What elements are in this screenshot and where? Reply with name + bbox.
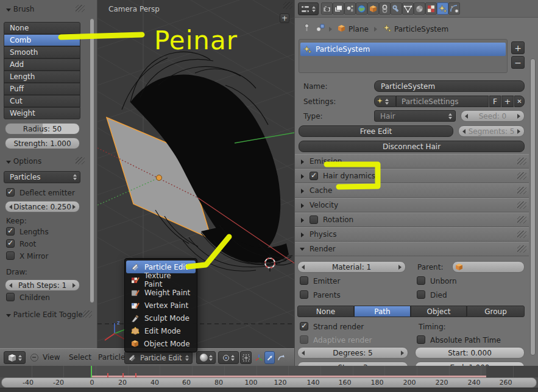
tab-render[interactable] [321,2,333,15]
children-checkbox[interactable] [6,293,15,301]
stepper-right-icon[interactable] [73,205,76,209]
menu-item-sculpt-mode[interactable]: Sculpt Mode [126,312,196,324]
stepper-left-icon[interactable] [462,129,465,134]
distance-stepper[interactable]: Distance: 0.250 [5,201,80,212]
tab-constraints[interactable] [379,2,391,15]
stepper-left-icon[interactable] [9,205,12,209]
menu-item-object-mode[interactable]: Object Mode [126,337,196,350]
brush-comb[interactable]: Comb [4,34,80,46]
particle-edit-toggle-header[interactable]: Particle Edit Toggle [6,310,83,319]
add-particle-system-button[interactable]: + [511,41,525,54]
editor-type-button[interactable] [298,2,319,15]
brush-puff[interactable]: Puff [4,83,80,95]
stepper-left-icon[interactable] [302,351,305,355]
disconnect-hair-button[interactable]: Disconnect Hair [299,141,525,152]
panel-drag-grip[interactable] [517,201,526,209]
tab-particles[interactable] [437,2,448,15]
region-expand-button[interactable]: + [280,13,289,23]
particle-select-mode-dropdown[interactable]: Particles [4,171,80,183]
brush-smooth[interactable]: Smooth [4,46,80,58]
material-stepper[interactable]: Material: 1 [297,261,406,273]
type-dropdown[interactable]: Hair [374,110,456,122]
unborn-checkbox[interactable] [417,276,425,285]
particle-system-list-item[interactable]: ParticleSystem [300,43,506,56]
died-checkbox[interactable] [417,290,425,299]
menu-item-weight-paint[interactable]: Weight Paint [126,286,196,299]
menu-view[interactable]: View [43,353,60,362]
stepper-left-icon[interactable] [9,283,12,288]
menu-select[interactable]: Select [69,353,91,362]
degrees-stepper[interactable]: Degrees: 5 [297,347,408,359]
mode-selector-dropdown[interactable]: Particle Edit [124,351,193,364]
manipulator-axis-toggle[interactable] [254,351,264,364]
tab-object-data[interactable] [402,2,414,15]
panel-drag-grip[interactable] [517,187,526,194]
stepper-right-icon[interactable] [398,265,402,270]
panel-drag-grip[interactable] [76,157,85,164]
panel-drag-grip[interactable] [76,5,85,12]
end-field-partial[interactable]: End: 1.000 [415,362,525,366]
tab-physics[interactable] [448,2,460,15]
render-as-object[interactable]: Object [411,306,467,317]
stepper-right-icon[interactable] [517,114,520,119]
tab-material[interactable] [414,2,425,15]
pivot-align-toggle[interactable] [240,351,252,364]
manipulator-rotate-toggle[interactable] [275,351,286,364]
panel-drag-grip[interactable] [517,172,526,180]
properties-scrollbar[interactable] [530,58,536,355]
deflect-emitter-checkbox[interactable] [6,188,15,197]
menu-item-vertex-paint[interactable]: Vertex Paint [126,299,196,312]
strength-slider[interactable]: Strength: 1.000 [5,138,80,149]
pivot-point-dropdown[interactable] [218,351,239,364]
start-field[interactable]: Start: 0.000 [415,347,525,359]
steps-stepper-partial[interactable]: Steps: 3 [297,362,408,366]
adaptive-render-checkbox[interactable] [300,335,308,344]
settings-name-field[interactable]: ParticleSettings [396,96,489,107]
tool-shelf-scrollbar[interactable] [90,18,94,303]
section-render[interactable]: Render [295,242,529,256]
panel-drag-grip[interactable] [517,158,526,165]
absolute-path-time-checkbox[interactable] [417,335,425,344]
name-field[interactable]: ParticleSystem [374,80,525,92]
hair-dynamics-checkbox[interactable] [310,172,318,180]
keep-root-checkbox[interactable] [6,239,15,248]
menu-particle[interactable]: Particle [98,353,125,362]
parent-field[interactable] [452,261,525,273]
manipulator-translate-toggle[interactable] [264,351,275,364]
breadcrumb-data[interactable]: ParticleSystem [394,25,448,33]
tab-texture[interactable] [425,2,437,15]
fake-user-button[interactable]: F [489,96,501,107]
section-cache[interactable]: Cache [295,183,529,198]
viewport-resize-grip[interactable] [283,2,292,9]
panel-drag-grip[interactable] [517,231,526,238]
path-steps-stepper[interactable]: Path Steps: 1 [5,279,80,291]
render-as-group[interactable]: Group [467,306,525,317]
breadcrumb-object[interactable]: Plane [349,25,369,33]
brush-weight[interactable]: Weight [4,107,80,119]
menu-item-texture-paint[interactable]: Texture Paint [126,273,196,286]
parents-checkbox[interactable] [300,290,308,299]
settings-add-button[interactable]: + [501,96,514,107]
section-hair-dynamics[interactable]: Hair dynamics [295,169,529,183]
pin-icon[interactable] [302,23,311,32]
section-physics[interactable]: Physics [295,227,529,242]
section-rotation[interactable]: Rotation [295,212,529,227]
section-velocity[interactable]: Velocity [295,198,529,212]
radius-slider[interactable]: Radius: 50 [5,123,80,135]
keep-lengths-checkbox[interactable] [6,227,15,236]
options-panel-header[interactable]: Options [6,157,41,166]
emitter-checkbox[interactable] [300,276,308,285]
panel-drag-grip[interactable] [83,310,92,318]
remove-particle-system-button[interactable]: − [511,56,525,69]
brush-panel-header[interactable]: Brush [6,5,34,13]
timeline-ruler[interactable]: -40 -20 0 20 40 60 80 100 120 140 160 18… [1,377,537,388]
brush-cut[interactable]: Cut [4,95,80,107]
segments-stepper[interactable]: Segments: 5 [458,125,525,137]
section-emission[interactable]: Emission [295,154,529,169]
panel-drag-grip[interactable] [517,245,526,253]
x-mirror-checkbox[interactable] [6,251,15,260]
stepper-left-icon[interactable] [302,265,305,270]
tab-render-layers[interactable] [333,2,344,15]
editor-type-button[interactable] [4,351,26,364]
object-data-icon[interactable] [316,23,325,33]
